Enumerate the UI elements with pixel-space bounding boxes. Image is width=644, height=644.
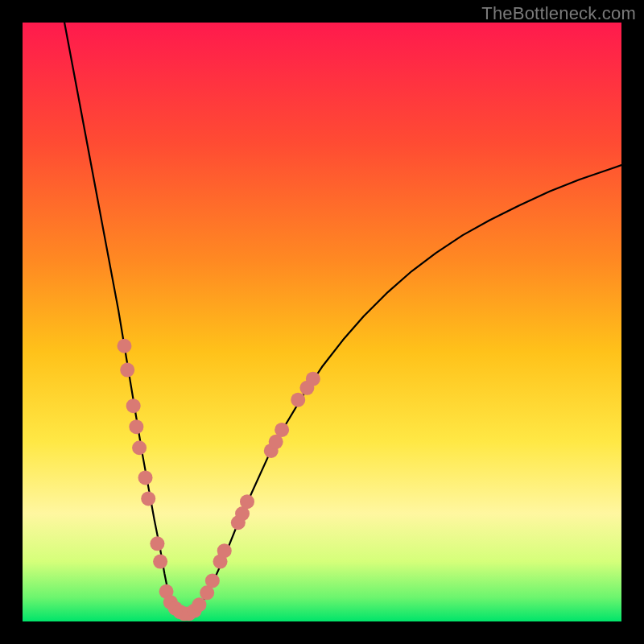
scatter-dot <box>138 470 153 485</box>
scatter-dot <box>306 372 320 386</box>
scatter-dot <box>240 494 254 509</box>
scatter-dot <box>129 419 143 434</box>
scatter-dot <box>150 536 164 551</box>
scatter-dot <box>217 543 232 558</box>
chart-frame: TheBottleneck.com <box>0 0 644 644</box>
scatter-dot <box>120 363 134 378</box>
scatter-dot <box>205 573 220 588</box>
gradient-background <box>23 23 621 621</box>
scatter-dot <box>192 597 206 612</box>
scatter-dot <box>126 398 141 413</box>
scatter-dot <box>275 423 289 437</box>
plot-area <box>23 23 621 621</box>
scatter-dot <box>141 491 155 506</box>
scatter-dot <box>132 440 147 455</box>
scatter-dot <box>291 393 305 407</box>
watermark-text: TheBottleneck.com <box>481 3 636 24</box>
scatter-dot <box>153 555 167 569</box>
scatter-dot <box>117 339 131 353</box>
chart-svg <box>23 23 621 621</box>
